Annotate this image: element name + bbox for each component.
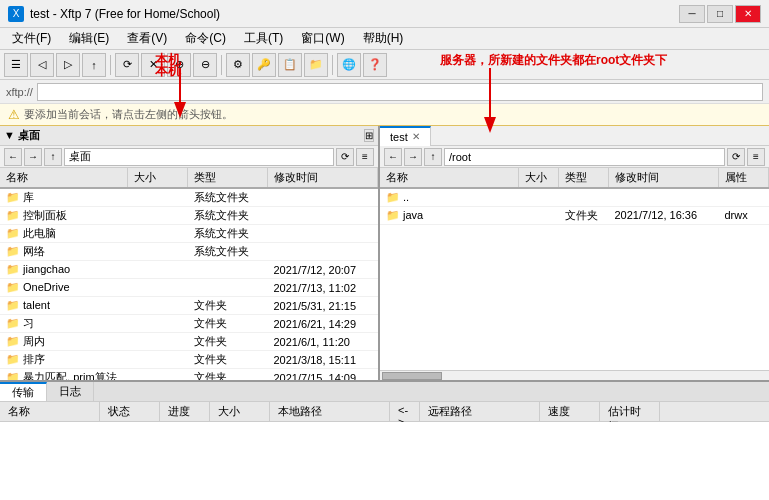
toolbar-btn-7[interactable]: 🔑 xyxy=(252,53,276,77)
right-col-type-header[interactable]: 类型 xyxy=(559,168,609,188)
toolbar-separator-1 xyxy=(110,55,111,75)
file-modified-cell: 2021/7/12, 16:36 xyxy=(609,206,719,224)
file-name-cell: 📁 网络 xyxy=(0,243,128,261)
file-type-cell: 系统文件夹 xyxy=(188,243,268,261)
toolbar-btn-3[interactable]: ✕ xyxy=(141,53,165,77)
right-file-row[interactable]: 📁 java 文件夹 2021/7/12, 16:36 drwx xyxy=(380,206,769,224)
log-col-size[interactable]: 大小 xyxy=(210,402,270,421)
file-modified-cell xyxy=(268,207,378,225)
transfer-tab[interactable]: 传输 xyxy=(0,382,47,401)
toolbar-btn-6[interactable]: ⚙ xyxy=(226,53,250,77)
file-type-cell: 文件夹 xyxy=(188,351,268,369)
scrollbar-thumb[interactable] xyxy=(382,372,442,380)
left-refresh-button[interactable]: ⟳ xyxy=(336,148,354,166)
left-file-row[interactable]: 📁 周内 文件夹 2021/6/1, 11:20 xyxy=(0,333,378,351)
toolbar-btn-2[interactable]: ⟳ xyxy=(115,53,139,77)
file-type-cell xyxy=(559,188,609,206)
tab-close-button[interactable]: ✕ xyxy=(412,131,420,142)
log-col-name[interactable]: 名称 xyxy=(0,402,100,421)
toolbar-btn-10[interactable]: 🌐 xyxy=(337,53,361,77)
toolbar-forward-button[interactable]: ▷ xyxy=(56,53,80,77)
log-header: 名称 状态 进度 大小 本地路径 <-> 远程路径 速度 估计时间 xyxy=(0,402,769,422)
toolbar-separator-2 xyxy=(221,55,222,75)
log-col-remote[interactable]: 远程路径 xyxy=(420,402,540,421)
right-col-attr-header[interactable]: 属性 xyxy=(719,168,769,188)
col-type-header[interactable]: 类型 xyxy=(188,168,268,188)
file-size-cell xyxy=(128,261,188,279)
right-forward-button[interactable]: → xyxy=(404,148,422,166)
file-size-cell xyxy=(128,333,188,351)
col-name-header[interactable]: 名称 xyxy=(0,168,128,188)
toolbar-btn-4[interactable]: ⊕ xyxy=(167,53,191,77)
menu-item-E[interactable]: 编辑(E) xyxy=(61,28,117,49)
log-tab[interactable]: 日志 xyxy=(47,382,94,401)
log-col-speed[interactable]: 速度 xyxy=(540,402,600,421)
toolbar-btn-5[interactable]: ⊖ xyxy=(193,53,217,77)
folder-icon: 📁 xyxy=(6,353,20,365)
menu-item-C[interactable]: 命令(C) xyxy=(177,28,234,49)
file-name-cell: 📁 习 xyxy=(0,315,128,333)
file-name-cell: 📁 库 xyxy=(0,188,128,207)
left-forward-button[interactable]: → xyxy=(24,148,42,166)
right-file-row[interactable]: 📁 .. xyxy=(380,188,769,206)
left-file-row[interactable]: 📁 jiangchao 2021/7/12, 20:07 xyxy=(0,261,378,279)
left-file-row[interactable]: 📁 习 文件夹 2021/6/21, 14:29 xyxy=(0,315,378,333)
right-col-size-header[interactable]: 大小 xyxy=(519,168,559,188)
log-col-status[interactable]: 状态 xyxy=(100,402,160,421)
log-col-eta[interactable]: 估计时间 xyxy=(600,402,660,421)
right-up-button[interactable]: ↑ xyxy=(424,148,442,166)
folder-icon: 📁 xyxy=(6,281,20,293)
log-col-progress[interactable]: 进度 xyxy=(160,402,210,421)
right-col-modified-header[interactable]: 修改时间 xyxy=(609,168,719,188)
minimize-button[interactable]: ─ xyxy=(679,5,705,23)
left-path[interactable]: 桌面 xyxy=(64,148,334,166)
folder-icon: 📁 xyxy=(6,371,20,380)
left-file-row[interactable]: 📁 暴力匹配, prim算法 文件夹 2021/7/15, 14:09 xyxy=(0,369,378,381)
file-size-cell xyxy=(128,297,188,315)
left-file-row[interactable]: 📁 OneDrive 2021/7/13, 11:02 xyxy=(0,279,378,297)
right-col-name-header[interactable]: 名称 xyxy=(380,168,519,188)
left-back-button[interactable]: ← xyxy=(4,148,22,166)
file-name-cell: 📁 java xyxy=(380,206,519,224)
right-path[interactable]: /root xyxy=(444,148,725,166)
col-modified-header[interactable]: 修改时间 xyxy=(268,168,378,188)
left-file-row[interactable]: 📁 网络 系统文件夹 xyxy=(0,243,378,261)
right-view-button[interactable]: ≡ xyxy=(747,148,765,166)
file-name-cell: 📁 排序 xyxy=(0,351,128,369)
menu-item-F[interactable]: 文件(F) xyxy=(4,28,59,49)
menu-item-H[interactable]: 帮助(H) xyxy=(355,28,412,49)
address-input[interactable] xyxy=(37,83,763,101)
left-breadcrumb: ← → ↑ 桌面 ⟳ ≡ xyxy=(0,146,378,168)
log-col-local[interactable]: 本地路径 xyxy=(270,402,390,421)
left-view-button[interactable]: ≡ xyxy=(356,148,374,166)
left-file-row[interactable]: 📁 库 系统文件夹 xyxy=(0,188,378,207)
right-scrollbar-h[interactable] xyxy=(380,370,769,380)
right-back-button[interactable]: ← xyxy=(384,148,402,166)
left-file-row[interactable]: 📁 talent 文件夹 2021/5/31, 21:15 xyxy=(0,297,378,315)
left-file-row[interactable]: 📁 排序 文件夹 2021/3/18, 15:11 xyxy=(0,351,378,369)
toolbar-up-button[interactable]: ↑ xyxy=(82,53,106,77)
left-file-row[interactable]: 📁 此电脑 系统文件夹 xyxy=(0,225,378,243)
menu-item-T[interactable]: 工具(T) xyxy=(236,28,291,49)
folder-icon: 📁 xyxy=(6,335,20,347)
file-name-cell: 📁 .. xyxy=(380,188,519,206)
file-modified-cell: 2021/7/13, 11:02 xyxy=(268,279,378,297)
toolbar-btn-11[interactable]: ❓ xyxy=(363,53,387,77)
close-button[interactable]: ✕ xyxy=(735,5,761,23)
toolbar-new-button[interactable]: ☰ xyxy=(4,53,28,77)
local-pane-btn[interactable]: ⊞ xyxy=(364,129,374,142)
menu-item-W[interactable]: 窗口(W) xyxy=(293,28,352,49)
menu-item-V[interactable]: 查看(V) xyxy=(119,28,175,49)
file-type-cell: 文件夹 xyxy=(188,369,268,381)
toolbar-back-button[interactable]: ◁ xyxy=(30,53,54,77)
server-tab[interactable]: test ✕ xyxy=(380,126,431,146)
right-refresh-button[interactable]: ⟳ xyxy=(727,148,745,166)
left-up-button[interactable]: ↑ xyxy=(44,148,62,166)
maximize-button[interactable]: □ xyxy=(707,5,733,23)
toolbar-btn-8[interactable]: 📋 xyxy=(278,53,302,77)
left-file-row[interactable]: 📁 控制面板 系统文件夹 xyxy=(0,207,378,225)
col-size-header[interactable]: 大小 xyxy=(128,168,188,188)
folder-icon: 📁 xyxy=(6,299,20,311)
file-size-cell xyxy=(128,315,188,333)
toolbar-btn-9[interactable]: 📁 xyxy=(304,53,328,77)
